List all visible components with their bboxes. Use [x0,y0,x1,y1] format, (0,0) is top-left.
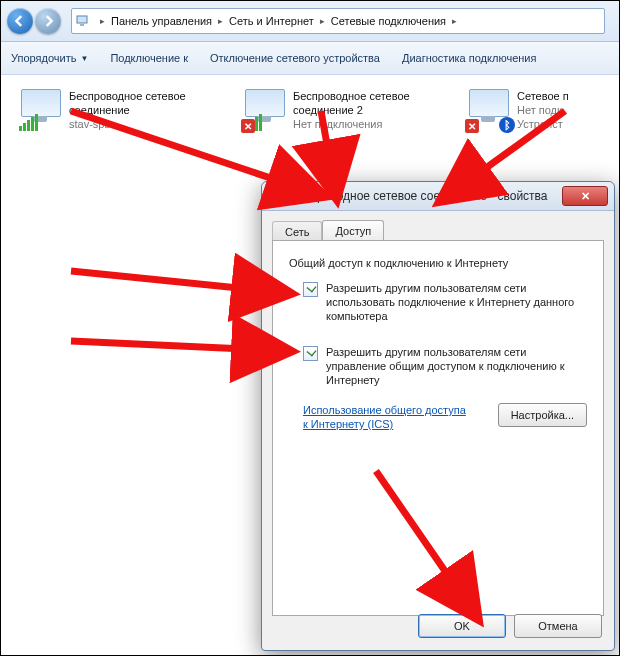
checkbox-label: Разрешить другим пользователям сети упра… [326,345,586,387]
connection-status: stav-spb [69,117,186,131]
chevron-right-icon: ▸ [100,16,105,26]
connect-to-menu[interactable]: Подключение к [110,52,188,64]
checkbox-row-allow-control: Разрешить другим пользователям сети упра… [303,345,587,387]
ics-help-link[interactable]: Использование общего доступа к Интернету… [303,403,474,431]
error-x-icon: ✕ [241,119,255,133]
breadcrumb[interactable]: ▸ Панель управления ▸ Сеть и Интернет ▸ … [71,8,605,34]
breadcrumb-item[interactable]: Панель управления [109,13,214,29]
organize-label: Упорядочить [11,52,76,64]
settings-button[interactable]: Настройка... [498,403,587,427]
checkbox-label: Разрешить другим пользователям сети испо… [326,281,586,323]
properties-dialog: Беспроводное сетевое соединение - свойст… [261,181,615,651]
tab-panel-sharing: Общий доступ к подключению к Интернету Р… [272,240,604,616]
chevron-right-icon: ▸ [320,16,325,26]
tab-label: Сеть [285,226,309,238]
bluetooth-icon: ᛒ [499,117,515,133]
disable-label: Отключение сетевого устройства [210,52,380,64]
connection-title: соединение 2 [293,103,410,117]
svg-rect-1 [80,24,84,26]
organize-menu[interactable]: Упорядочить ▼ [11,52,88,64]
tabstrip: Сеть Доступ [262,211,614,240]
nav-forward-button[interactable] [35,8,61,34]
arrow-right-icon [42,15,54,27]
error-x-icon: ✕ [465,119,479,133]
button-label: Настройка... [511,409,574,421]
tab-label: Доступ [335,225,371,237]
connections-list: Беспроводное сетевое соединение stav-spb… [1,75,619,189]
dialog-titlebar[interactable]: Беспроводное сетевое соединение - свойст… [262,182,614,211]
checkbox-allow-share[interactable] [303,282,318,297]
connection-item[interactable]: ✕ ᛒ Сетевое п Нет подк Устройст [467,89,577,175]
checkbox-row-allow-share: Разрешить другим пользователям сети испо… [303,281,587,323]
connection-title: Сетевое п [517,89,569,103]
connection-status: Нет подк [517,103,569,117]
svg-rect-3 [273,191,275,194]
wifi-connection-icon [19,89,61,131]
diagnose-button[interactable]: Диагностика подключения [402,52,536,64]
adapter-icon [268,188,284,204]
address-bar: ▸ Панель управления ▸ Сеть и Интернет ▸ … [1,1,619,42]
button-label: Отмена [538,620,577,632]
ok-button[interactable]: OK [418,614,506,638]
disable-device-button[interactable]: Отключение сетевого устройства [210,52,380,64]
checkbox-allow-control[interactable] [303,346,318,361]
connection-status: Нет подключения [293,117,410,131]
svg-line-8 [71,341,287,351]
connect-label: Подключение к [110,52,188,64]
dialog-title: Беспроводное сетевое соединение - свойст… [290,189,558,203]
network-folder-icon [76,13,92,29]
connection-status: Устройст [517,117,569,131]
svg-rect-0 [77,16,87,23]
tab-network[interactable]: Сеть [272,221,322,242]
svg-rect-2 [271,189,277,201]
button-label: OK [454,620,470,632]
explorer-window: ▸ Панель управления ▸ Сеть и Интернет ▸ … [0,0,620,656]
connection-item[interactable]: Беспроводное сетевое соединение stav-spb [19,89,219,175]
ethernet-connection-icon: ✕ ᛒ [467,89,509,131]
command-bar: Упорядочить ▼ Подключение к Отключение с… [1,42,619,75]
dialog-button-row: OK Отмена [418,614,602,638]
connection-title: Беспроводное сетевое [69,89,186,103]
cancel-button[interactable]: Отмена [514,614,602,638]
breadcrumb-item[interactable]: Сетевые подключения [329,13,448,29]
wifi-connection-icon: ✕ [243,89,285,131]
connection-title: Беспроводное сетевое [293,89,410,103]
close-icon: ✕ [581,190,590,203]
chevron-down-icon: ▼ [80,54,88,63]
connection-title: соединение [69,103,186,117]
breadcrumb-item[interactable]: Сеть и Интернет [227,13,316,29]
nav-back-button[interactable] [7,8,33,34]
chevron-right-icon: ▸ [218,16,223,26]
arrow-left-icon [14,15,26,27]
ics-link-row: Использование общего доступа к Интернету… [303,403,587,431]
tab-sharing[interactable]: Доступ [322,220,384,241]
svg-line-7 [71,271,287,293]
diagnose-label: Диагностика подключения [402,52,536,64]
chevron-right-icon: ▸ [452,16,457,26]
close-button[interactable]: ✕ [562,186,608,206]
connection-item[interactable]: ✕ Беспроводное сетевое соединение 2 Нет … [243,89,443,175]
group-heading: Общий доступ к подключению к Интернету [289,257,587,269]
